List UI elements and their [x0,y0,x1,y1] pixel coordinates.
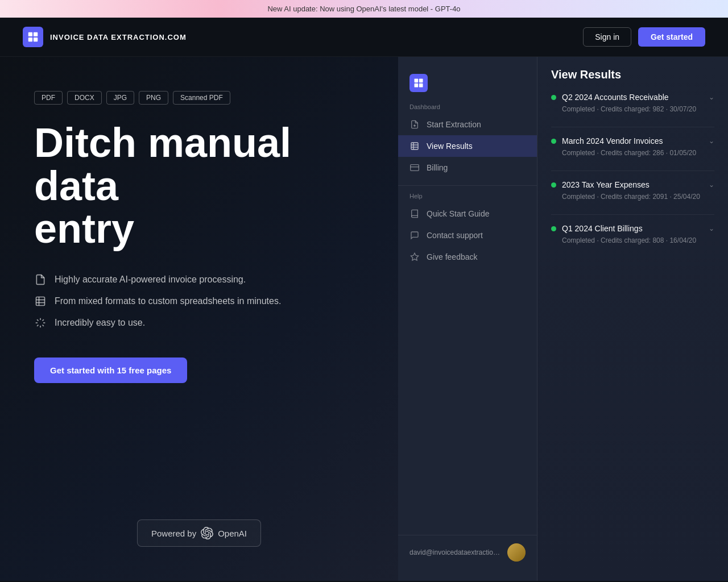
result-header-1: Q2 2024 Accounts Receivable ⌄ [551,93,714,102]
status-text-1: Completed [562,105,595,113]
sidebar-item-support[interactable]: Contact support [398,225,537,246]
result-item-1: Q2 2024 Accounts Receivable ⌄ Completed … [551,93,714,113]
svg-line-15 [43,319,44,321]
sidebar-divider [398,185,537,186]
navbar-actions: Sign in Get started [583,27,705,47]
sidebar-section-main: Dashboard [398,103,537,110]
result-name-2: March 2024 Vendor Invoices [562,136,703,146]
separator-3 [551,214,714,215]
svg-line-11 [43,325,44,326]
svg-rect-2 [28,38,32,41]
banner-text: New AI update: Now using OpenAI's latest… [267,5,460,13]
format-badge: PDF [34,91,63,105]
status-text-3: Completed [562,193,595,201]
sidebar-label-quickstart: Quick Start Guide [427,209,490,218]
sidebar-item-quickstart[interactable]: Quick Start Guide [398,203,537,225]
sidebar-item-billing[interactable]: Billing [398,157,537,178]
format-badges: PDFDOCXJPGPNGScanned PDF [34,91,375,105]
status-text-2: Completed [562,149,595,157]
format-badge: Scanned PDF [173,91,230,105]
svg-rect-18 [415,84,419,88]
getstarted-button[interactable]: Get started [638,27,705,47]
hero-title-line2: entry [34,206,134,251]
svg-rect-26 [411,165,419,171]
separator [551,127,714,127]
status-dot-2 [551,139,556,144]
svg-rect-1 [34,32,38,36]
signin-button[interactable]: Sign in [583,27,631,47]
chevron-down-icon-2: ⌄ [709,137,714,145]
sidebar-item-start-extraction[interactable]: Start Extraction [398,114,537,135]
status-dot-1 [551,95,556,100]
result-header-3: 2023 Tax Year Expenses ⌄ [551,180,714,189]
feature-text-1: Highly accurate AI-powered invoice proce… [55,275,246,285]
format-badge: DOCX [67,91,102,105]
feature-list: Highly accurate AI-powered invoice proce… [34,273,375,329]
cta-button[interactable]: Get started with 15 free pages [34,357,187,383]
feature-item: From mixed formats to custom spreadsheet… [34,295,375,307]
result-name-1: Q2 2024 Accounts Receivable [562,93,703,102]
results-title: View Results [551,68,714,81]
sidebar-section-help: Help [398,193,537,199]
svg-rect-19 [419,84,423,88]
result-item-2: March 2024 Vendor Invoices ⌄ Completed ·… [551,136,714,157]
avatar-image [507,543,526,562]
table-results-icon [410,141,420,151]
svg-rect-16 [415,79,419,83]
sparkle-icon [34,317,47,329]
document-icon [34,273,47,286]
hero-title-line1: Ditch manual data [34,120,291,209]
svg-rect-17 [419,79,423,83]
result-item-4: Q1 2024 Client Billings ⌄ Completed · Cr… [551,224,714,244]
separator-2 [551,171,714,171]
svg-line-14 [37,325,38,326]
svg-rect-22 [411,143,418,149]
hero-title: Ditch manual data entry [34,122,375,251]
openai-logo-icon [201,527,213,539]
result-meta-2: Completed · Credits charged: 286 · 01/05… [551,149,714,157]
brand-name: INVOICE DATA EXTRACTION.COM [50,33,187,41]
status-text-4: Completed [562,236,595,244]
feature-item: Highly accurate AI-powered invoice proce… [34,273,375,286]
user-email: david@invoicedataextraction.c... [410,548,502,556]
logo-svg [27,31,39,43]
document-upload-icon [410,119,420,130]
sidebar-label-view-results: View Results [427,142,473,151]
feature-item: Incredibly easy to use. [34,317,375,329]
sidebar-user-area: david@invoicedataextraction.c... [398,535,537,569]
user-avatar [507,543,526,562]
chevron-down-icon: ⌄ [709,93,714,101]
sidebar-item-view-results[interactable]: View Results [398,135,537,157]
openai-label: OpenAI [218,529,247,538]
result-header-4: Q1 2024 Client Billings ⌄ [551,224,714,233]
powered-by-badge: Powered by OpenAI [137,519,261,547]
book-icon [410,209,420,219]
result-meta-4: Completed · Credits charged: 808 · 16/04… [551,236,714,244]
star-icon [410,252,420,262]
sidebar: Dashboard Start Extraction [398,57,537,581]
powered-by-label: Powered by [151,529,196,538]
main-content: PDFDOCXJPGPNGScanned PDF Ditch manual da… [0,57,728,581]
navbar-logo-area: INVOICE DATA EXTRACTION.COM [23,27,187,47]
sidebar-label-start-extraction: Start Extraction [427,120,481,129]
sidebar-item-feedback[interactable]: Give feedback [398,246,537,268]
sidebar-label-feedback: Give feedback [427,252,478,261]
svg-marker-28 [411,253,418,260]
result-item-3: 2023 Tax Year Expenses ⌄ Completed · Cre… [551,180,714,201]
result-name-3: 2023 Tax Year Expenses [562,180,703,189]
format-badge: JPG [106,91,134,105]
powered-by-area: Powered by OpenAI [137,519,261,547]
sidebar-logo-icon [410,74,428,92]
result-meta-3: Completed · Credits charged: 2091 · 25/0… [551,193,714,201]
table-icon [34,295,47,307]
svg-line-10 [37,319,38,321]
billing-card-icon [410,163,420,173]
status-dot-3 [551,182,556,188]
hero-section: PDFDOCXJPGPNGScanned PDF Ditch manual da… [0,57,398,581]
dashboard-preview: Dashboard Start Extraction [398,57,728,581]
result-name-4: Q1 2024 Client Billings [562,224,703,233]
sidebar-logo [398,68,537,103]
brand-logo-icon [23,27,43,47]
feature-text-3: Incredibly easy to use. [55,318,145,328]
feature-text-2: From mixed formats to custom spreadsheet… [55,296,281,306]
